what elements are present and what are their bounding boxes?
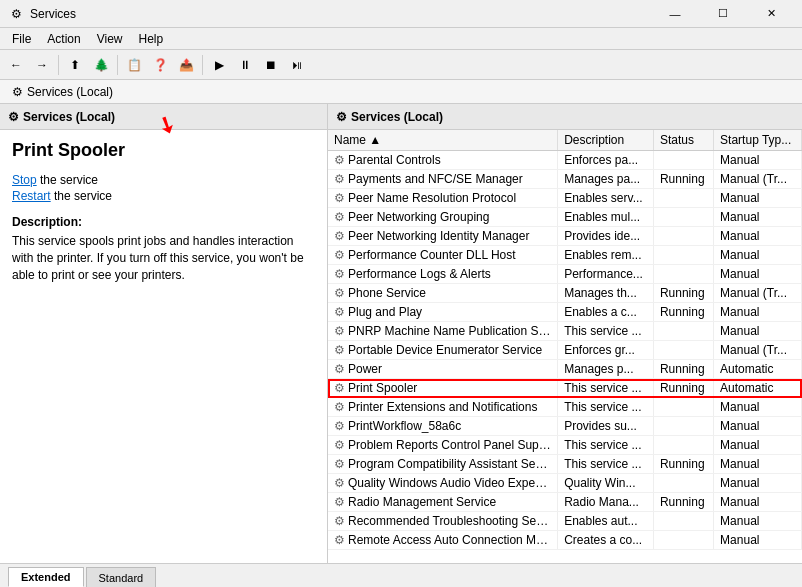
cell-name: ⚙PNRP Machine Name Publication Serv... (328, 322, 558, 341)
cell-status (653, 436, 713, 455)
gear-icon: ⚙ (334, 191, 345, 205)
table-row[interactable]: ⚙Program Compatibility Assistant Service… (328, 455, 802, 474)
cell-startup: Manual (Tr... (714, 170, 802, 189)
cell-name: ⚙Printer Extensions and Notifications (328, 398, 558, 417)
cell-status (653, 151, 713, 170)
nav-bar: ⚙ Services (Local) (0, 80, 802, 104)
cell-startup: Manual (714, 265, 802, 284)
gear-icon: ⚙ (334, 495, 345, 509)
pause-button[interactable]: ⏸ (233, 53, 257, 77)
service-name-text: Print Spooler (12, 140, 125, 160)
table-row[interactable]: ⚙Quality Windows Audio Video Experie...Q… (328, 474, 802, 493)
table-row[interactable]: ⚙Recommended Troubleshooting ServiceEnab… (328, 512, 802, 531)
gear-icon: ⚙ (334, 286, 345, 300)
restart-link[interactable]: Restart (12, 189, 51, 203)
table-row[interactable]: ⚙Portable Device Enumerator ServiceEnfor… (328, 341, 802, 360)
cell-name: ⚙Plug and Play (328, 303, 558, 322)
tab-extended[interactable]: Extended (8, 567, 84, 587)
cell-startup: Manual (714, 398, 802, 417)
up-button[interactable]: ⬆ (63, 53, 87, 77)
gear-icon: ⚙ (334, 514, 345, 528)
properties-button[interactable]: 📋 (122, 53, 146, 77)
cell-status (653, 531, 713, 550)
description-text: This service spools print jobs and handl… (12, 233, 315, 283)
toolbar-separator-1 (58, 55, 59, 75)
cell-status: Running (653, 493, 713, 512)
left-panel: ⚙ Services (Local) Print Spooler ➘ Stop … (0, 104, 328, 563)
col-name[interactable]: Name ▲ (328, 130, 558, 151)
tab-standard[interactable]: Standard (86, 567, 157, 587)
tabs-bar: Extended Standard (0, 563, 802, 587)
table-row[interactable]: ⚙Peer Networking Identity ManagerProvide… (328, 227, 802, 246)
cell-description: This service ... (558, 379, 654, 398)
menu-bar: File Action View Help (0, 28, 802, 50)
gear-icon: ⚙ (334, 533, 345, 547)
table-row[interactable]: ⚙Phone ServiceManages th...RunningManual… (328, 284, 802, 303)
forward-button[interactable]: → (30, 53, 54, 77)
cell-description: Enables aut... (558, 512, 654, 531)
services-tbody: ⚙Parental ControlsEnforces pa...Manual⚙P… (328, 151, 802, 550)
table-row[interactable]: ⚙Problem Reports Control Panel SupportTh… (328, 436, 802, 455)
cell-description: This service ... (558, 398, 654, 417)
table-row[interactable]: ⚙Peer Networking GroupingEnables mul...M… (328, 208, 802, 227)
menu-action[interactable]: Action (39, 30, 88, 48)
service-name-header: Print Spooler ➘ (12, 140, 125, 161)
menu-file[interactable]: File (4, 30, 39, 48)
table-row[interactable]: ⚙Plug and PlayEnables a c...RunningManua… (328, 303, 802, 322)
table-row[interactable]: ⚙Radio Management ServiceRadio Mana...Ru… (328, 493, 802, 512)
stop-button[interactable]: ⏹ (259, 53, 283, 77)
show-tree-button[interactable]: 🌲 (89, 53, 113, 77)
cell-startup: Manual (Tr... (714, 341, 802, 360)
services-local-icon: ⚙ (12, 85, 23, 99)
stop-link[interactable]: Stop (12, 173, 37, 187)
cell-description: Enables mul... (558, 208, 654, 227)
minimize-button[interactable]: — (652, 0, 698, 28)
gear-icon: ⚙ (334, 476, 345, 490)
col-status[interactable]: Status (653, 130, 713, 151)
cell-status: Running (653, 170, 713, 189)
cell-startup: Automatic (714, 379, 802, 398)
left-panel-title: Services (Local) (23, 110, 115, 124)
gear-icon: ⚙ (334, 267, 345, 281)
table-row[interactable]: ⚙Printer Extensions and NotificationsThi… (328, 398, 802, 417)
table-row[interactable]: ⚙Payments and NFC/SE ManagerManages pa..… (328, 170, 802, 189)
start-button[interactable]: ▶ (207, 53, 231, 77)
table-row[interactable]: ⚙Performance Logs & AlertsPerformance...… (328, 265, 802, 284)
close-button[interactable]: ✕ (748, 0, 794, 28)
table-row[interactable]: ⚙Performance Counter DLL HostEnables rem… (328, 246, 802, 265)
cell-name: ⚙PrintWorkflow_58a6c (328, 417, 558, 436)
export-button[interactable]: 📤 (174, 53, 198, 77)
table-row[interactable]: ⚙PowerManages p...RunningAutomatic (328, 360, 802, 379)
cell-startup: Manual (714, 303, 802, 322)
table-row[interactable]: ⚙PrintWorkflow_58a6cProvides su...Manual (328, 417, 802, 436)
cell-description: Enforces pa... (558, 151, 654, 170)
cell-name: ⚙Parental Controls (328, 151, 558, 170)
cell-description: Manages pa... (558, 170, 654, 189)
menu-help[interactable]: Help (131, 30, 172, 48)
gear-icon: ⚙ (334, 229, 345, 243)
col-startup[interactable]: Startup Typ... (714, 130, 802, 151)
nav-services-local[interactable]: ⚙ Services (Local) (6, 83, 119, 101)
cell-startup: Manual (714, 189, 802, 208)
cell-status: Running (653, 379, 713, 398)
cell-description: Enables rem... (558, 246, 654, 265)
menu-view[interactable]: View (89, 30, 131, 48)
table-row[interactable]: ⚙Parental ControlsEnforces pa...Manual (328, 151, 802, 170)
help-button[interactable]: ❓ (148, 53, 172, 77)
cell-startup: Automatic (714, 360, 802, 379)
table-row[interactable]: ⚙PNRP Machine Name Publication Serv...Th… (328, 322, 802, 341)
cell-status (653, 208, 713, 227)
restart-button[interactable]: ⏯ (285, 53, 309, 77)
cell-description: This service ... (558, 322, 654, 341)
gear-icon: ⚙ (334, 248, 345, 262)
table-row[interactable]: ⚙Remote Access Auto Connection Man...Cre… (328, 531, 802, 550)
cell-startup: Manual (Tr... (714, 284, 802, 303)
services-table[interactable]: Name ▲ Description Status Startup Typ...… (328, 130, 802, 563)
cell-status: Running (653, 360, 713, 379)
table-row[interactable]: ⚙Peer Name Resolution ProtocolEnables se… (328, 189, 802, 208)
maximize-button[interactable]: ☐ (700, 0, 746, 28)
col-description[interactable]: Description (558, 130, 654, 151)
table-row[interactable]: ⚙Print SpoolerThis service ...RunningAut… (328, 379, 802, 398)
gear-icon: ⚙ (334, 172, 345, 186)
back-button[interactable]: ← (4, 53, 28, 77)
